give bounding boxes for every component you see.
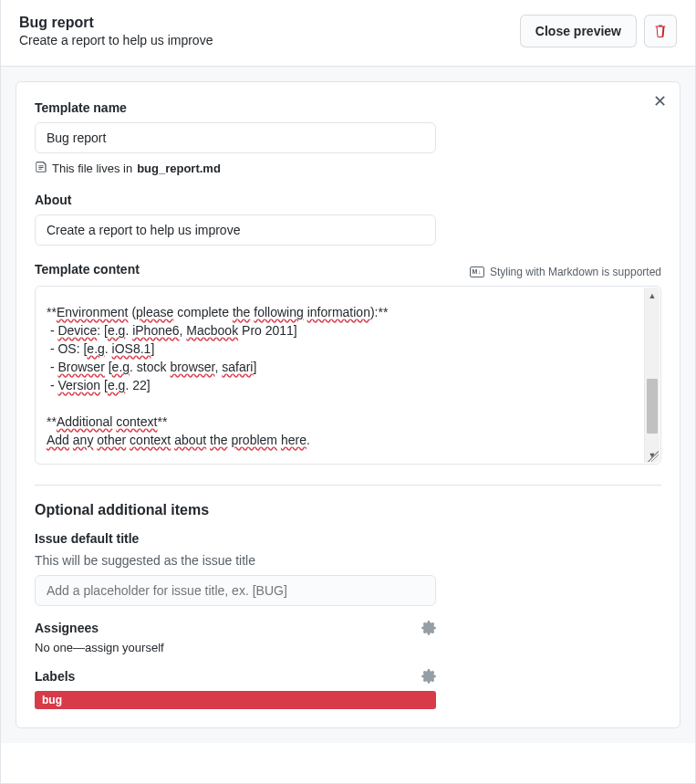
assignees-settings-button[interactable] bbox=[421, 621, 436, 635]
file-name: bug_report.md bbox=[137, 162, 221, 175]
close-icon[interactable]: ✕ bbox=[653, 93, 667, 110]
label-chip-bug[interactable]: bug bbox=[35, 691, 436, 709]
template-content-textarea[interactable]: xxxxxxxxxxxxxxxxxxxxxxxxxxxxxxxxxxxxxxxx… bbox=[35, 286, 661, 465]
labels-settings-button[interactable] bbox=[421, 669, 436, 684]
page-title: Bug report bbox=[19, 15, 213, 31]
scroll-thumb[interactable] bbox=[647, 379, 658, 434]
page-subtitle: Create a report to help us improve bbox=[19, 33, 213, 47]
about-label: About bbox=[35, 193, 661, 207]
gear-icon bbox=[421, 669, 436, 684]
issue-default-title-input[interactable] bbox=[35, 575, 436, 606]
divider bbox=[35, 485, 661, 486]
resize-handle[interactable] bbox=[648, 451, 659, 462]
issue-default-title-label: Issue default title bbox=[35, 531, 436, 546]
markdown-support-note: M↓ Styling with Markdown is supported bbox=[470, 266, 661, 278]
about-input[interactable] bbox=[35, 214, 436, 246]
scroll-up-icon[interactable]: ▲ bbox=[645, 287, 660, 303]
assignees-value[interactable]: No one—assign yourself bbox=[35, 641, 436, 654]
assignees-label: Assignees bbox=[35, 621, 99, 635]
gear-icon bbox=[421, 621, 436, 635]
delete-template-button[interactable] bbox=[644, 15, 677, 47]
trash-icon bbox=[653, 24, 668, 38]
template-name-label: Template name bbox=[35, 100, 661, 115]
markdown-icon: M↓ bbox=[470, 267, 484, 277]
template-content-label: Template content bbox=[35, 262, 140, 277]
file-lives-in-prefix: This file lives in bbox=[52, 162, 132, 175]
issue-default-title-hint: This will be suggested as the issue titl… bbox=[35, 553, 436, 568]
optional-items-heading: Optional additional items bbox=[35, 502, 661, 518]
file-icon bbox=[35, 161, 47, 176]
template-name-input[interactable] bbox=[35, 122, 436, 153]
close-preview-button[interactable]: Close preview bbox=[520, 15, 637, 47]
textarea-scrollbar[interactable]: ▲ ▼ bbox=[644, 287, 660, 463]
labels-label: Labels bbox=[35, 669, 75, 684]
